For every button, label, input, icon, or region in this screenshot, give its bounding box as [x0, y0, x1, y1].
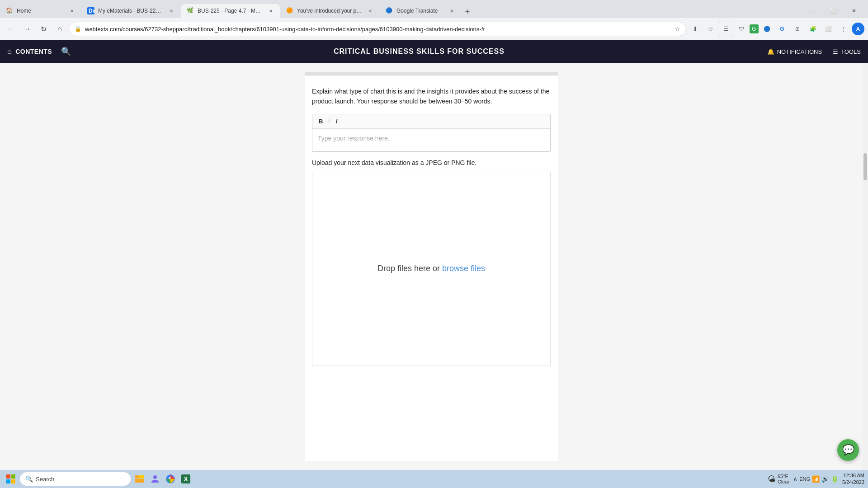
taskbar-date-text: 5/24/2023 — [842, 479, 864, 486]
content-area: Explain what type of chart this is and t… — [0, 63, 863, 470]
tab-ematerials[interactable]: Dx My eMaterials - BUS-225-T5028... ✕ — [81, 4, 181, 18]
bookmark-icon[interactable]: ☆ — [703, 22, 718, 36]
hamburger-icon: ☰ — [833, 48, 838, 55]
svg-text:X: X — [184, 475, 188, 483]
back-button[interactable]: ← — [4, 22, 18, 36]
chat-button[interactable]: 💬 — [837, 439, 859, 461]
tab-page47-close[interactable]: ✕ — [267, 7, 274, 14]
address-text: webtexts.com/courses/62732-sheppard/trad… — [85, 26, 671, 33]
extension1-icon[interactable]: 🛡 — [734, 22, 749, 36]
svg-rect-2 — [6, 479, 10, 483]
tab-ematerials-icon: Dx — [87, 7, 94, 14]
file-explorer-icon — [134, 474, 145, 484]
tab-ematerials-close[interactable]: ✕ — [168, 7, 175, 14]
tab-introduced-close[interactable]: ✕ — [367, 7, 374, 14]
svg-rect-3 — [11, 479, 15, 483]
tab-page47[interactable]: 🌿 BUS-225 - Page 4.7 - Making Da... ✕ — [181, 4, 280, 18]
home-button[interactable]: ⌂ — [52, 22, 67, 36]
contents-home-icon: ⌂ — [7, 47, 12, 56]
taskbar-right: 🌤 65°F Clear ∧ ENG 📶 🔊 🔋 12:36 AM 5/24/2… — [768, 472, 864, 486]
svg-rect-0 — [6, 474, 10, 479]
star-icon[interactable]: ☆ — [675, 25, 680, 33]
weather-icon: 🌤 — [768, 474, 776, 484]
teams-icon — [150, 474, 160, 484]
lock-icon: 🔒 — [75, 26, 81, 32]
bold-button[interactable]: B — [317, 117, 325, 126]
tab-ematerials-label: My eMaterials - BUS-225-T5028... — [98, 8, 164, 14]
editor-body[interactable]: Type your response here. — [312, 129, 550, 151]
extension4-icon[interactable]: G — [775, 22, 789, 36]
windows-icon — [6, 474, 15, 483]
taskbar: 🔍 Search — [0, 470, 868, 488]
search-icon[interactable]: 🔍 — [61, 47, 71, 56]
taskbar-clock[interactable]: 12:36 AM 5/24/2023 — [842, 472, 864, 486]
text-editor[interactable]: B / I Type your response here. — [312, 114, 551, 152]
split-screen-icon[interactable]: ⬜ — [821, 22, 835, 36]
tab-introduced-label: You've introduced your post by ... — [297, 8, 363, 14]
question-text: Explain what type of chart this is and t… — [312, 86, 551, 107]
reader-icon[interactable]: ☰ — [719, 22, 733, 36]
contents-nav[interactable]: ⌂ CONTENTS — [7, 47, 52, 56]
close-button[interactable]: ✕ — [844, 4, 864, 18]
tools-label: TOOLS — [841, 48, 861, 55]
chevron-up-icon[interactable]: ∧ — [793, 475, 797, 483]
scrollbar-thumb[interactable] — [863, 153, 867, 180]
notifications-label: NOTIFICATIONS — [777, 48, 822, 55]
toolbar-divider: / — [328, 117, 330, 125]
upload-zone-text: Drop files here or browse files — [377, 264, 485, 273]
tab-home[interactable]: 🏠 Home ✕ — [0, 4, 81, 18]
tab-introduced[interactable]: 🟠 You've introduced your post by ... ✕ — [280, 4, 380, 18]
extension6-icon[interactable]: 🧩 — [806, 22, 820, 36]
file-upload-zone[interactable]: Drop files here or browse files — [312, 172, 551, 366]
tab-translate[interactable]: 🔵 Google Translate ✕ — [380, 4, 461, 18]
italic-button[interactable]: I — [334, 117, 340, 126]
taskbar-search-text: Search — [36, 476, 54, 483]
browse-files-link[interactable]: browse files — [442, 264, 485, 273]
minimize-button[interactable]: — — [802, 4, 823, 18]
weather-condition: Clear — [778, 479, 789, 484]
tools-button[interactable]: ☰ TOOLS — [833, 48, 861, 55]
weather-temp: 65°F — [778, 474, 789, 479]
battery-icon[interactable]: 🔋 — [831, 475, 839, 483]
question-section: Explain what type of chart this is and t… — [305, 75, 558, 159]
scrollbar-track[interactable] — [863, 63, 868, 470]
extension3-icon[interactable]: 🔵 — [760, 22, 774, 36]
taskbar-excel[interactable]: X — [179, 472, 193, 486]
taskbar-search-icon: 🔍 — [25, 475, 33, 483]
svg-rect-1 — [11, 474, 15, 479]
notifications-button[interactable]: 🔔 NOTIFICATIONS — [767, 48, 822, 55]
tab-translate-icon: 🔵 — [386, 7, 393, 14]
taskbar-search-bar[interactable]: 🔍 Search — [20, 472, 131, 486]
speaker-icon[interactable]: 🔊 — [821, 475, 829, 483]
tab-translate-label: Google Translate — [396, 8, 444, 14]
settings-icon[interactable]: ⋮ — [836, 22, 851, 36]
new-tab-button[interactable]: + — [461, 5, 474, 18]
section-divider — [305, 72, 558, 75]
taskbar-time-text: 12:36 AM — [842, 472, 864, 479]
wifi-icon[interactable]: 📶 — [812, 475, 820, 483]
taskbar-file-explorer[interactable] — [132, 472, 147, 486]
svg-rect-4 — [135, 475, 139, 479]
forward-button[interactable]: → — [20, 22, 34, 36]
excel-icon: X — [180, 474, 191, 484]
address-bar[interactable]: 🔒 webtexts.com/courses/62732-sheppard/tr… — [69, 22, 686, 36]
refresh-button[interactable]: ↻ — [36, 22, 51, 36]
tab-page47-label: BUS-225 - Page 4.7 - Making Da... — [198, 8, 264, 14]
tab-translate-close[interactable]: ✕ — [448, 7, 455, 14]
profile-button[interactable]: A — [852, 23, 864, 35]
tab-home-close[interactable]: ✕ — [68, 7, 75, 14]
taskbar-chrome[interactable] — [163, 472, 178, 486]
downloads-icon[interactable]: ⬇ — [688, 22, 703, 36]
weather-widget: 🌤 65°F Clear — [768, 474, 789, 484]
maximize-button[interactable]: ⬜ — [823, 4, 844, 18]
taskbar-apps: X — [132, 472, 193, 486]
svg-rect-5 — [135, 479, 144, 483]
tab-home-label: Home — [17, 8, 65, 14]
extension2-icon[interactable]: G — [750, 24, 759, 33]
taskbar-teams[interactable] — [148, 472, 162, 486]
extension5-icon[interactable]: ⊞ — [790, 22, 805, 36]
tab-introduced-icon: 🟠 — [286, 7, 293, 14]
start-button[interactable] — [4, 472, 18, 486]
editor-toolbar: B / I — [312, 114, 550, 129]
upload-label: Upload your next data visualization as a… — [312, 159, 551, 166]
